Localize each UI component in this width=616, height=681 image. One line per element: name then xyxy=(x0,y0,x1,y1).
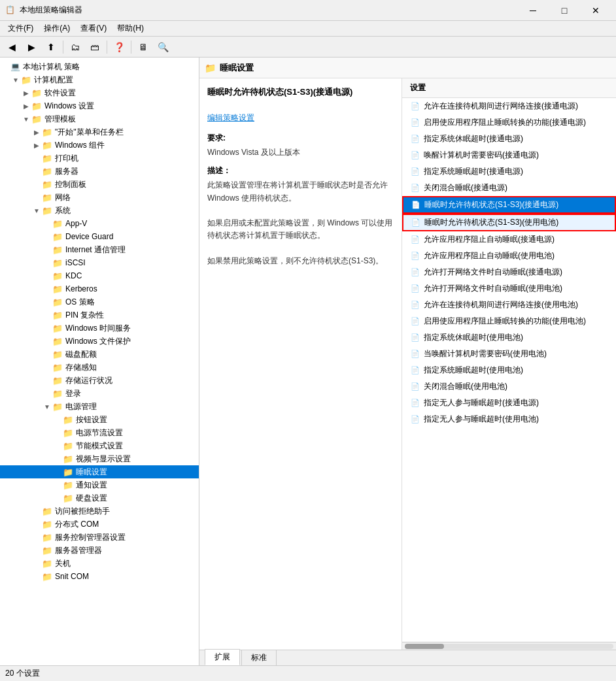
tree-item[interactable]: 📁Device Guard xyxy=(0,230,199,243)
setting-item[interactable]: 📄指定系统休眠超时(接通电源) xyxy=(402,131,616,147)
show-hide-button[interactable]: 🗂 xyxy=(66,39,84,56)
tree-item[interactable]: 📁Internet 通信管理 xyxy=(0,243,199,256)
tree-item[interactable]: 📁PIN 复杂性 xyxy=(0,308,199,322)
tree-item[interactable]: 💻本地计算机 策略 xyxy=(0,60,199,73)
tree-item[interactable]: ▶📁"开始"菜单和任务栏 xyxy=(0,125,199,139)
tree-item[interactable]: 📁App-V xyxy=(0,217,199,230)
setting-item[interactable]: 📄指定无人参与睡眠超时(使用电池) xyxy=(402,411,616,427)
setting-item[interactable]: 📄启用使应用程序阻止睡眠转换的功能(使用电池) xyxy=(402,313,616,329)
tree-view[interactable]: 💻本地计算机 策略▼📁计算机配置▶📁软件设置▶📁Windows 设置▼📁管理模板… xyxy=(0,58,199,665)
tree-item[interactable]: 📁按钮设置 xyxy=(0,413,199,426)
setting-item[interactable]: 📄指定系统睡眠超时(使用电池) xyxy=(402,362,616,378)
tree-item[interactable]: 📁睡眠设置 xyxy=(0,465,199,478)
refresh-button[interactable]: 🗃 xyxy=(86,39,104,56)
tree-item[interactable]: 📁存储运行状况 xyxy=(0,374,199,387)
tree-item[interactable]: ▶📁Windows 组件 xyxy=(0,139,199,152)
help-button[interactable]: ❓ xyxy=(110,39,128,56)
tree-item[interactable]: 📁服务器 xyxy=(0,165,199,178)
setting-item-icon: 📄 xyxy=(411,284,420,293)
setting-item[interactable]: 📄允许在连接待机期间进行网络连接(使用电池) xyxy=(402,297,616,313)
setting-item[interactable]: 📄睡眠时允许待机状态(S1-S3)(接通电源) xyxy=(402,196,616,214)
tree-item[interactable]: 📁服务器管理器 xyxy=(0,544,199,557)
tree-item[interactable]: 📁存储感知 xyxy=(0,361,199,374)
tree-item[interactable]: 📁磁盘配额 xyxy=(0,348,199,361)
minimize-button[interactable]: ─ xyxy=(518,1,548,20)
tree-item[interactable]: ▼📁管理模板 xyxy=(0,112,199,125)
tree-label: OS 策略 xyxy=(65,297,95,308)
back-button[interactable]: ◀ xyxy=(3,39,21,56)
tab-standard[interactable]: 标准 xyxy=(241,650,277,665)
menu-help[interactable]: 帮助(H) xyxy=(112,22,149,35)
close-button[interactable]: ✕ xyxy=(581,1,611,20)
tree-item[interactable]: 📁Windows 文件保护 xyxy=(0,335,199,348)
tree-toggle[interactable]: ▶ xyxy=(21,103,31,110)
tree-item[interactable]: 📁访问被拒绝助手 xyxy=(0,505,199,518)
setting-item[interactable]: 📄指定系统休眠超时(使用电池) xyxy=(402,329,616,346)
setting-item[interactable]: 📄睡眠时允许待机状态(S1-S3)(使用电池) xyxy=(402,214,616,231)
tree-item[interactable]: 📁打印机 xyxy=(0,152,199,165)
tree-item[interactable]: ▼📁系统 xyxy=(0,204,199,217)
setting-item[interactable]: 📄指定无人参与睡眠超时(接通电源) xyxy=(402,395,616,411)
tree-item[interactable]: 📁视频与显示设置 xyxy=(0,452,199,465)
tree-item[interactable]: 📁硬盘设置 xyxy=(0,491,199,505)
setting-item-icon: 📄 xyxy=(411,382,420,391)
tree-item[interactable]: 📁Snit COM xyxy=(0,570,199,583)
settings-list[interactable]: 📄允许在连接待机期间进行网络连接(接通电源)📄启用使应用程序阻止睡眠转换的功能(… xyxy=(402,98,616,642)
tree-item[interactable]: 📁Windows 时间服务 xyxy=(0,322,199,335)
tree-item[interactable]: 📁服务控制管理器设置 xyxy=(0,531,199,544)
tree-item[interactable]: ▼📁电源管理 xyxy=(0,400,199,413)
tree-item[interactable]: 📁KDC xyxy=(0,269,199,282)
tree-item[interactable]: 📁登录 xyxy=(0,387,199,400)
setting-item[interactable]: 📄允许打开网络文件时自动睡眠(使用电池) xyxy=(402,280,616,297)
tree-toggle[interactable]: ▶ xyxy=(31,129,42,136)
menu-view[interactable]: 查看(V) xyxy=(75,22,112,35)
tree-item[interactable]: 📁OS 策略 xyxy=(0,295,199,308)
setting-item-icon: 📄 xyxy=(411,201,420,209)
settings-scrollbar[interactable] xyxy=(402,642,616,650)
setting-item[interactable]: 📄关闭混合睡眠(接通电源) xyxy=(402,180,616,196)
filter-button[interactable]: 🔍 xyxy=(154,39,172,56)
tree-item[interactable]: ▼📁计算机配置 xyxy=(0,73,199,86)
tree-item[interactable]: 📁电源节流设置 xyxy=(0,426,199,439)
setting-item[interactable]: 📄允许打开网络文件时自动睡眠(接通电源) xyxy=(402,264,616,280)
setting-item[interactable]: 📄关闭混合睡眠(使用电池) xyxy=(402,378,616,395)
setting-item-text: 指定系统休眠超时(接通电源) xyxy=(424,133,523,144)
tree-item[interactable]: 📁通知设置 xyxy=(0,478,199,491)
tree-toggle[interactable]: ▼ xyxy=(31,207,42,214)
menu-action[interactable]: 操作(A) xyxy=(39,22,75,35)
tree-item[interactable]: 📁控制面板 xyxy=(0,178,199,191)
up-button[interactable]: ⬆ xyxy=(42,39,60,56)
setting-item[interactable]: 📄允许在连接待机期间进行网络连接(接通电源) xyxy=(402,98,616,114)
maximize-button[interactable]: □ xyxy=(549,1,579,20)
tree-label: 服务器管理器 xyxy=(55,545,102,556)
tree-item[interactable]: 📁关机 xyxy=(0,557,199,570)
folder-icon: 📁 xyxy=(42,141,52,150)
tree-toggle[interactable]: ▼ xyxy=(10,76,21,84)
tree-item[interactable]: ▶📁软件设置 xyxy=(0,86,199,99)
tree-item[interactable]: ▶📁Windows 设置 xyxy=(0,99,199,112)
setting-item[interactable]: 📄指定系统睡眠超时(接通电源) xyxy=(402,163,616,180)
tree-item[interactable]: 📁iSCSI xyxy=(0,256,199,269)
tree-item[interactable]: 📁分布式 COM xyxy=(0,518,199,531)
tree-item[interactable]: 📁网络 xyxy=(0,191,199,204)
tree-toggle[interactable]: ▼ xyxy=(21,116,31,123)
setting-item[interactable]: 📄启用使应用程序阻止睡眠转换的功能(接通电源) xyxy=(402,114,616,131)
tab-expand[interactable]: 扩展 xyxy=(205,649,240,665)
setting-item[interactable]: 📄允许应用程序阻止自动睡眠(接通电源) xyxy=(402,231,616,248)
tree-item[interactable]: 📁节能模式设置 xyxy=(0,439,199,452)
menu-file[interactable]: 文件(F) xyxy=(3,22,39,35)
setting-item[interactable]: 📄唤醒计算机时需要密码(接通电源) xyxy=(402,147,616,163)
tree-toggle[interactable]: ▶ xyxy=(21,90,31,97)
setting-item[interactable]: 📄允许应用程序阻止自动睡眠(使用电池) xyxy=(402,248,616,264)
properties-button[interactable]: 🖥 xyxy=(134,39,152,56)
setting-item[interactable]: 📄当唤醒计算机时需要密码(使用电池) xyxy=(402,346,616,362)
forward-button[interactable]: ▶ xyxy=(22,39,41,56)
setting-item-text: 启用使应用程序阻止睡眠转换的功能(使用电池) xyxy=(424,316,586,327)
tree-toggle[interactable]: ▼ xyxy=(42,403,52,410)
status-text: 20 个设置 xyxy=(5,668,40,679)
tree-toggle[interactable]: ▶ xyxy=(31,142,42,149)
scrollbar-thumb[interactable] xyxy=(405,644,444,649)
edit-policy-link[interactable]: 编辑策略设置 xyxy=(207,113,254,122)
tree-item[interactable]: 📁Kerberos xyxy=(0,282,199,295)
policy-title: 睡眠时允许待机状态(S1-S3)(接通电源) xyxy=(207,86,394,98)
